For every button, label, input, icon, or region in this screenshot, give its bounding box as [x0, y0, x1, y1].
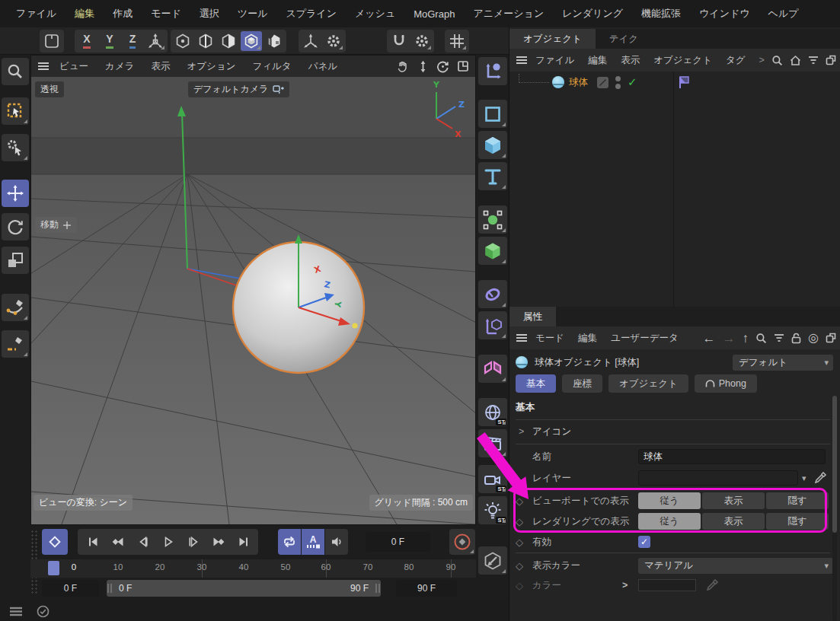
icon-group-row[interactable]: > アイコン — [516, 422, 830, 441]
play-button[interactable] — [156, 530, 180, 553]
layer-toggle-icon[interactable] — [597, 77, 608, 88]
spline-rectangle-icon[interactable] — [478, 100, 507, 128]
vp-menu-filter[interactable]: フィルタ — [245, 57, 298, 76]
layer-dropdown[interactable] — [638, 470, 798, 486]
polygon-mode-icon[interactable] — [218, 31, 239, 51]
om-search-icon[interactable] — [771, 55, 783, 66]
om-menu-tags[interactable]: タグ — [720, 51, 752, 70]
am-undock-icon[interactable] — [826, 333, 836, 343]
history-forward-icon[interactable]: → — [723, 332, 736, 345]
axis-z-lock-button[interactable]: Z — [122, 31, 143, 51]
keyframe-diamond-icon[interactable]: ◇ — [516, 495, 532, 507]
color-expand-icon[interactable]: > — [622, 580, 628, 591]
tab-attributes[interactable]: 属性 — [509, 307, 556, 326]
menu-file[interactable]: ファイル — [8, 2, 65, 25]
color-swatch[interactable] — [638, 579, 696, 591]
generator-icon[interactable] — [478, 205, 507, 234]
range-end-field[interactable]: 90 F — [396, 580, 457, 597]
layer-dropdown-arrow-icon[interactable]: ▾ — [802, 473, 806, 483]
sphere-object-icon[interactable] — [552, 76, 564, 88]
history-back-icon[interactable]: ← — [703, 332, 716, 345]
am-target-icon[interactable]: ◎ — [808, 332, 819, 344]
projection-label[interactable]: 透視 — [35, 81, 64, 97]
camera-label[interactable]: デフォルトカメラ — [188, 81, 289, 97]
menu-edit[interactable]: 編集 — [66, 2, 103, 25]
display-color-dropdown[interactable]: マテリアル ▾ — [638, 558, 833, 574]
rotate-tool-icon[interactable] — [2, 213, 29, 240]
tab-basic[interactable]: 基本 — [516, 374, 556, 393]
menu-select[interactable]: 選択 — [191, 2, 228, 25]
menu-render[interactable]: レンダリング — [554, 2, 631, 25]
autokey-button[interactable]: A — [302, 529, 324, 555]
current-frame-field[interactable]: 0 F — [366, 532, 430, 552]
keyframe-diamond-icon[interactable]: ◇ — [516, 516, 532, 527]
menu-help[interactable]: ヘルプ — [760, 2, 807, 25]
om-menu-file[interactable]: ファイル — [529, 51, 580, 70]
vp-menu-panel[interactable]: パネル — [302, 57, 344, 76]
texture-mode-icon[interactable] — [263, 31, 285, 51]
previous-frame-button[interactable] — [131, 530, 155, 553]
object-row-sphere[interactable]: 球体 ✓ — [509, 73, 672, 91]
sketch-pen-icon[interactable] — [2, 330, 29, 358]
next-key-button[interactable] — [206, 530, 230, 553]
goto-start-button[interactable] — [81, 530, 104, 553]
om-undock-icon[interactable] — [826, 55, 836, 65]
om-home-icon[interactable] — [790, 55, 801, 66]
am-scrollbar-track[interactable] — [832, 396, 837, 621]
loop-playback-button[interactable] — [278, 529, 301, 555]
snap-settings-gear-icon[interactable] — [411, 31, 433, 51]
expand-arrow-icon[interactable]: > — [516, 426, 532, 437]
am-search-icon[interactable] — [755, 333, 767, 344]
am-filter-icon[interactable] — [774, 333, 784, 342]
range-start-field[interactable]: 0 F — [42, 580, 99, 597]
object-name[interactable]: 球体 — [569, 76, 588, 89]
playhead[interactable] — [48, 561, 59, 575]
vp-menu-camera[interactable]: カメラ — [98, 57, 141, 76]
render-display-show-button[interactable]: 表示 — [702, 513, 765, 530]
next-frame-button[interactable] — [181, 530, 205, 553]
toggle-panel-layout-icon[interactable] — [457, 60, 469, 72]
layer-picker-eyedropper-icon[interactable] — [814, 472, 826, 484]
ke yframe-diamond-icon[interactable]: ◇ — [516, 560, 532, 572]
status-menu-icon[interactable] — [9, 607, 23, 616]
live-selection-icon[interactable] — [2, 97, 29, 125]
viewport-canvas[interactable]: X Z Y Y Z X 透視 デフォルトカメラ — [31, 77, 475, 524]
tweak-tool-icon[interactable] — [2, 134, 29, 161]
search-commander-icon[interactable] — [2, 58, 29, 85]
am-hamburger-icon[interactable] — [516, 333, 528, 342]
sky-object-icon[interactable]: ST — [478, 398, 507, 426]
dolly-icon[interactable] — [417, 60, 429, 73]
text-object-icon[interactable] — [478, 162, 507, 190]
am-lock-icon[interactable] — [791, 333, 801, 344]
sound-toggle-button[interactable] — [325, 529, 348, 555]
am-menu-edit[interactable]: 編集 — [572, 329, 603, 348]
vp-menu-options[interactable]: オプション — [180, 57, 242, 76]
render-display-hide-button[interactable]: 隠す — [766, 513, 829, 530]
field-axis-icon[interactable] — [478, 311, 507, 339]
phong-tag-icon[interactable] — [678, 76, 690, 89]
camera-swap-icon[interactable] — [273, 85, 284, 94]
snap-magnet-icon[interactable] — [388, 31, 410, 51]
enabled-checkbox[interactable]: ✓ — [638, 536, 650, 548]
preset-dropdown[interactable]: デフォルト ▾ — [733, 355, 833, 371]
render-display-follow-button[interactable]: 従う — [638, 513, 701, 530]
range-right-grip[interactable] — [378, 584, 380, 593]
scale-tool-icon[interactable] — [2, 247, 29, 274]
vp-menu-display[interactable]: 表示 — [144, 57, 177, 76]
om-menu-overflow[interactable]: > — [753, 52, 771, 68]
menu-mesh[interactable]: メッシュ — [347, 2, 404, 25]
point-mode-icon[interactable] — [172, 31, 193, 51]
vp-menu-view[interactable]: ビュー — [53, 57, 95, 76]
edge-mode-icon[interactable] — [195, 31, 216, 51]
viewport-display-follow-button[interactable]: 従う — [638, 492, 701, 509]
camera-object-icon[interactable]: ST — [478, 465, 507, 493]
am-scrollbar-thumb[interactable] — [832, 396, 837, 533]
tab-phong[interactable]: Phong — [695, 374, 757, 393]
goto-end-button[interactable] — [232, 530, 255, 553]
timeline-ruler[interactable]: 0 10 20 30 40 50 60 70 80 90 — [30, 559, 476, 578]
model-mode-icon[interactable] — [241, 31, 262, 51]
record-options-button[interactable] — [449, 529, 475, 555]
pan-hand-icon[interactable] — [397, 60, 410, 73]
light-object-icon[interactable]: ST — [478, 496, 507, 524]
viewport-hamburger-icon[interactable] — [37, 62, 50, 71]
